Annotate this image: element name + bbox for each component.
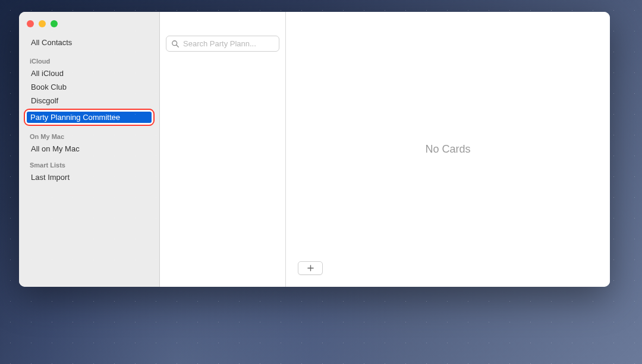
section-header-on-my-mac: On My Mac: [19, 127, 159, 142]
sidebar: All Contacts iCloud All iCloud Book Club…: [19, 12, 160, 287]
sidebar-item-last-import[interactable]: Last Import: [19, 170, 159, 184]
empty-state-message: No Cards: [425, 143, 470, 156]
sidebar-item-editing[interactable]: [24, 109, 155, 126]
sidebar-item-all-contacts[interactable]: All Contacts: [19, 36, 159, 52]
close-window-button[interactable]: [27, 20, 34, 27]
add-contact-button[interactable]: [298, 261, 323, 275]
window-controls: [19, 18, 159, 36]
sidebar-item-all-icloud[interactable]: All iCloud: [19, 67, 159, 80]
maximize-window-button[interactable]: [51, 20, 58, 27]
group-name-input[interactable]: [27, 112, 152, 123]
svg-line-1: [177, 45, 179, 47]
sidebar-item-all-on-my-mac[interactable]: All on My Mac: [19, 142, 159, 156]
sidebar-item-book-club[interactable]: Book Club: [19, 80, 159, 94]
contacts-window: All Contacts iCloud All iCloud Book Club…: [19, 12, 610, 287]
contact-detail-pane: No Cards: [286, 12, 610, 287]
search-input[interactable]: [183, 39, 274, 48]
search-icon: [171, 40, 180, 48]
plus-icon: [307, 265, 314, 271]
sidebar-item-discgolf[interactable]: Discgolf: [19, 94, 159, 107]
contacts-list-pane: [160, 12, 286, 287]
minimize-window-button[interactable]: [39, 20, 46, 27]
section-header-smart-lists: Smart Lists: [19, 156, 159, 170]
search-field-wrapper[interactable]: [166, 36, 279, 52]
section-header-icloud: iCloud: [19, 52, 159, 67]
